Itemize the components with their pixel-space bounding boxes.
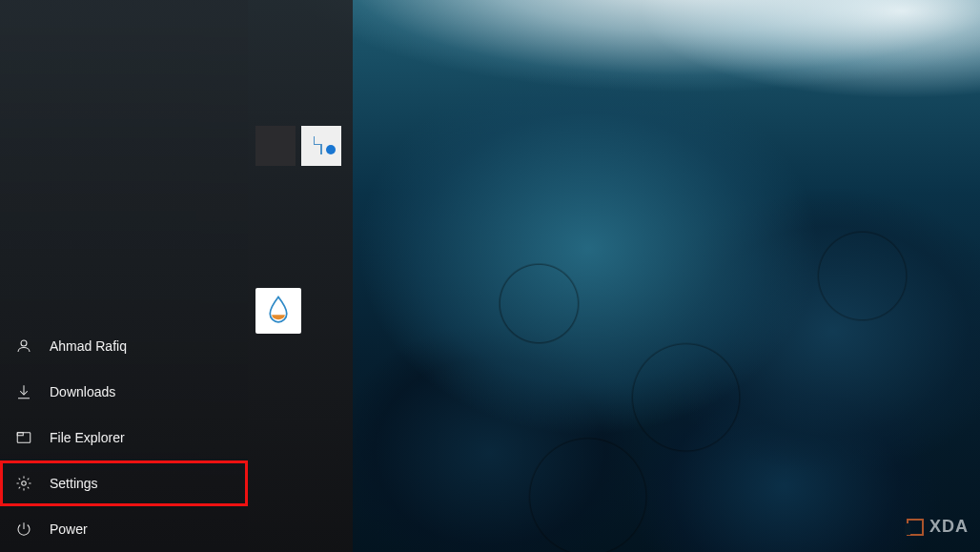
start-item-label: Settings (50, 476, 98, 491)
droplet-icon (264, 295, 293, 327)
start-user-name: Ahmad Rafiq (50, 338, 127, 354)
xda-watermark: XDA (907, 517, 969, 537)
start-menu-left-rail: Ahmad Rafiq Downloads File Explorer Sett… (0, 0, 248, 552)
start-item-power[interactable]: Power (0, 506, 248, 552)
start-item-downloads[interactable]: Downloads (0, 369, 248, 415)
start-user-account[interactable]: Ahmad Rafiq (0, 323, 248, 369)
start-tile-droplet[interactable] (255, 288, 301, 334)
start-item-settings[interactable]: Settings (0, 460, 248, 506)
start-item-label: File Explorer (50, 430, 125, 445)
file-explorer-icon (15, 429, 32, 446)
xda-watermark-text: XDA (929, 517, 969, 537)
svg-rect-1 (17, 433, 31, 443)
start-tile-photos[interactable] (255, 126, 296, 166)
start-item-file-explorer[interactable]: File Explorer (0, 415, 248, 460)
document-icon (320, 137, 322, 154)
start-item-label: Downloads (50, 384, 115, 399)
user-icon (15, 337, 32, 355)
power-icon (15, 521, 32, 538)
download-icon (15, 383, 32, 400)
svg-rect-2 (17, 433, 23, 436)
start-tiles-column (248, 0, 353, 552)
svg-point-3 (22, 481, 27, 486)
svg-point-0 (21, 340, 27, 346)
start-item-label: Power (50, 521, 88, 537)
xda-logo-icon (907, 519, 924, 536)
start-tile-document[interactable] (301, 126, 341, 166)
gear-icon (15, 475, 32, 492)
